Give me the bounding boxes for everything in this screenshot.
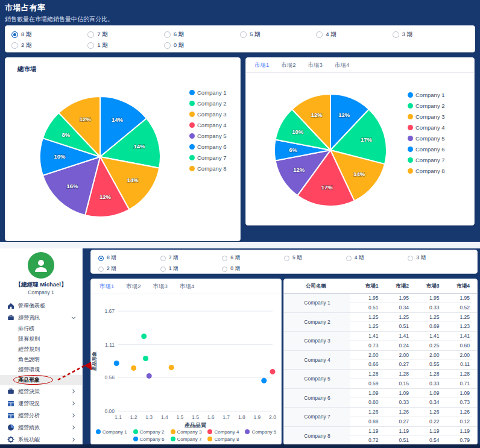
sidebar-item-business-environment[interactable]: 經營環境	[0, 365, 82, 375]
scatter-point-company-6[interactable]	[114, 361, 119, 366]
table-cell: 0.52	[442, 303, 473, 312]
legend-label: Company 4	[415, 124, 445, 131]
sidebar-item-dashboard[interactable]: 管理儀表板	[0, 300, 82, 312]
legend-label: Company 1	[103, 429, 127, 435]
scatter-point-company-1[interactable]	[261, 378, 267, 383]
chevron-right-icon	[71, 425, 76, 430]
sidebar-item-ranking[interactable]: 排行榜	[0, 324, 82, 334]
scatter-tab-3[interactable]: 市場3	[153, 283, 168, 291]
scatter-tab-2[interactable]: 市場2	[126, 283, 141, 291]
table-cell: 0.80	[350, 398, 381, 407]
sidebar-item-business-decision[interactable]: 經營決策	[0, 385, 82, 397]
table-cell: 1.25	[350, 322, 381, 331]
period-radio-3[interactable]: 3 期	[408, 254, 470, 262]
scatter-point-company-7[interactable]	[143, 356, 148, 361]
market-pie-tab-1[interactable]: 市場1	[254, 62, 269, 69]
period-radio-2[interactable]: 2 期	[11, 42, 87, 49]
scatter-point-company-8[interactable]	[131, 365, 136, 371]
table-cell: 1.09	[381, 389, 412, 398]
table-cell: 1.19	[442, 427, 473, 436]
radio-dot	[160, 267, 166, 272]
legend-label: Company 1	[197, 89, 227, 96]
radio-dot	[87, 42, 94, 49]
period-radio-6[interactable]: 6 期	[222, 254, 284, 262]
scatter-point-company-4[interactable]	[270, 369, 276, 374]
period-radio-4[interactable]: 4 期	[316, 31, 392, 39]
legend-item: Company 4	[408, 124, 445, 131]
radio-label: 2 期	[107, 265, 116, 273]
table-cell: 1.95	[442, 294, 473, 303]
scatter-point-company-5[interactable]	[147, 373, 152, 379]
table-cell: 0.54	[411, 436, 442, 445]
legend-dot	[408, 103, 413, 109]
period-radio-0[interactable]: 0 期	[164, 42, 240, 49]
table-cell: 0.12	[442, 417, 473, 426]
period-radio-1[interactable]: 1 期	[87, 42, 163, 49]
legend-label: Company 8	[415, 168, 445, 174]
scatter-point-company-2[interactable]	[141, 333, 147, 339]
sidebar-item-system-functions[interactable]: 系統功能	[0, 434, 82, 446]
sidebar-item-product-image[interactable]: 產品形象	[0, 375, 82, 385]
radio-label: 1 期	[169, 265, 178, 273]
total-market-card: 總市場 14%14%14%12%16%10%8%12% Company 1Com…	[5, 57, 241, 241]
table-row-group-company-3: Company 31.411.411.411.410.730.240.250.6…	[284, 332, 477, 351]
table-cell: 1.95	[411, 294, 442, 303]
page-subtitle: 銷售數量在市場總銷售量中佔的百分比。	[5, 15, 475, 24]
legend-item: Company 7	[408, 157, 445, 163]
table-cell: 0.72	[350, 436, 381, 445]
table-cell: 1.95	[350, 294, 381, 303]
company-name-cell: Company 6	[284, 389, 350, 408]
sidebar-item-label: 經營資訊	[18, 314, 71, 322]
table-cell: 0.88	[350, 417, 381, 426]
legend-dot	[189, 166, 195, 171]
market-pie-tab-2[interactable]: 市場2	[281, 62, 295, 69]
table-cell: 0.51	[381, 436, 412, 445]
period-radio-8[interactable]: 8 期	[11, 31, 87, 39]
table-cell: 1.28	[350, 370, 381, 379]
period-radio-7[interactable]: 7 期	[160, 254, 223, 262]
scatter-point-company-3[interactable]	[169, 365, 174, 370]
period-radio-7[interactable]: 7 期	[87, 31, 163, 39]
pie-slice-label: 12%	[338, 112, 350, 118]
radio-label: 8 期	[107, 254, 116, 262]
legend-dot	[207, 429, 212, 434]
table-cell: 1.41	[381, 332, 412, 341]
scatter-card: 市場1市場2市場3市場4 1.671.110.560.001.11.21.31.…	[90, 279, 282, 445]
period-radio-4[interactable]: 4 期	[346, 254, 408, 262]
briefcase-icon	[7, 314, 14, 321]
period-radio-1[interactable]: 1 期	[160, 265, 223, 273]
table-header-cell: 市場3	[411, 283, 442, 290]
scatter-legend-row: Company 6Company 7Company 8	[91, 435, 281, 443]
period-radio-8[interactable]: 8 期	[98, 254, 160, 262]
period-radio-6[interactable]: 6 期	[164, 31, 240, 39]
table-row-group-company-6: Company 61.091.091.091.090.800.330.340.7…	[284, 389, 477, 408]
radio-dot	[87, 31, 94, 38]
sidebar-item-business-rules[interactable]: 經營規則	[0, 344, 82, 355]
period-radio-3[interactable]: 3 期	[393, 31, 469, 39]
sidebar-item-business-analysis[interactable]: 經營分析	[0, 409, 82, 421]
radio-dot	[284, 256, 289, 261]
radio-label: 4 期	[326, 31, 336, 39]
table-cell: 0.27	[381, 360, 412, 369]
sidebar-item-operation-status[interactable]: 運營現況	[0, 397, 82, 409]
scatter-tab-1[interactable]: 市場1	[99, 283, 114, 291]
table-icon	[7, 400, 14, 407]
period-radio-0[interactable]: 0 期	[222, 265, 284, 273]
pie-slice-label: 14%	[133, 143, 145, 150]
pie-slice-label: 14%	[112, 116, 124, 123]
period-radio-2[interactable]: 2 期	[98, 265, 160, 273]
period-radio-5[interactable]: 5 期	[240, 31, 316, 39]
legend-item: Company 7	[171, 435, 202, 443]
radio-label: 4 期	[355, 254, 364, 262]
table-header-cell: 市場1	[350, 283, 381, 290]
sidebar-item-role-description[interactable]: 角色說明	[0, 355, 82, 365]
sidebar-item-contest-rules[interactable]: 競賽規則	[0, 334, 82, 344]
section-divider	[0, 242, 480, 248]
sidebar-item-business-info[interactable]: 經營資訊	[0, 312, 82, 324]
market-pie-tab-4[interactable]: 市場4	[335, 62, 349, 69]
market-pie-tab-3[interactable]: 市場3	[308, 62, 323, 69]
legend-item: Company 5	[189, 133, 227, 139]
sidebar-item-business-performance[interactable]: 經營績效	[0, 421, 82, 434]
scatter-tab-4[interactable]: 市場4	[180, 283, 194, 291]
period-radio-5[interactable]: 5 期	[284, 254, 346, 262]
